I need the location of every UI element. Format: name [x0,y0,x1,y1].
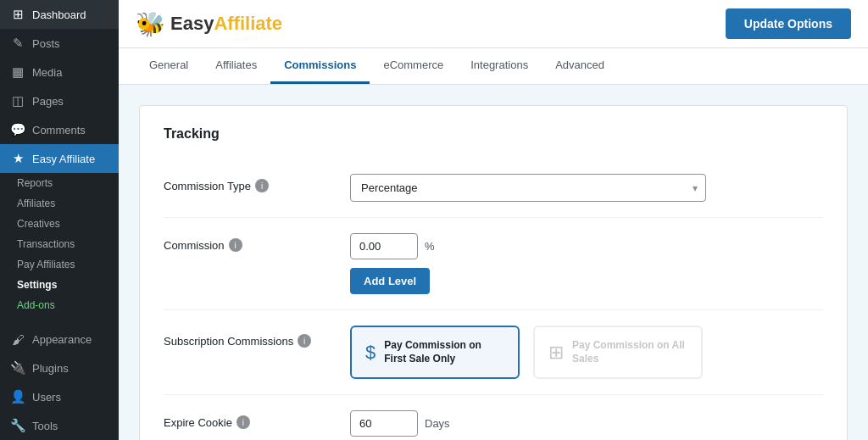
topbar: 🐝 EasyAffiliate Update Options [119,0,868,48]
sidebar-sub-pay-affiliates[interactable]: Pay Affiliates [0,254,119,275]
logo-affiliate: Affiliate [214,13,282,34]
sidebar-item-dashboard[interactable]: ⊞ Dashboard [0,0,119,29]
pages-icon: ◫ [10,93,25,109]
subscription-commissions-row: Subscription Commissions i $ Pay Commiss… [164,310,823,395]
sidebar-label-pages: Pages [32,95,64,108]
tab-affiliates[interactable]: Affiliates [202,48,270,84]
expire-cookie-label: Expire Cookie i [164,410,350,429]
commission-label: Commission i [164,233,350,252]
expire-cookie-row: Expire Cookie i Days [164,395,823,440]
sidebar-label-users: Users [32,391,61,404]
subscription-options: $ Pay Commission on First Sale Only ⊞ Pa… [350,326,823,379]
sidebar-label-media: Media [32,66,62,79]
sidebar-label-tools: Tools [32,420,58,432]
sidebar-label-comments: Comments [32,124,86,136]
add-level-button[interactable]: Add Level [350,268,430,294]
sidebar-sub-reports[interactable]: Reports [0,173,119,193]
sub-option-first-sale[interactable]: $ Pay Commission on First Sale Only [350,326,520,379]
sidebar-sub-affiliates[interactable]: Affiliates [0,193,119,214]
sidebar-label-plugins: Plugins [32,362,69,375]
update-options-button[interactable]: Update Options [726,8,851,39]
tab-advanced[interactable]: Advanced [542,48,618,84]
cookie-input-group: Days [350,410,823,437]
sidebar-sub-settings[interactable]: Settings [0,275,119,295]
sidebar-label-posts: Posts [32,37,60,50]
tab-nav: General Affiliates Commissions eCommerce… [119,48,868,85]
commission-info-icon[interactable]: i [229,238,242,252]
easy-affiliate-icon: ★ [10,151,25,166]
sidebar: ⊞ Dashboard ✎ Posts ▦ Media ◫ Pages 💬 Co… [0,0,119,440]
commission-input-group: % [350,233,823,259]
commission-control: % Add Level [350,233,823,294]
plugins-icon: 🔌 [10,360,25,376]
sidebar-item-users[interactable]: 👤 Users [0,382,119,411]
expire-cookie-info-icon[interactable]: i [236,415,250,429]
subscription-commissions-control: $ Pay Commission on First Sale Only ⊞ Pa… [350,326,823,379]
sub-option-all-sales[interactable]: ⊞ Pay Commission on All Sales [533,326,703,379]
sidebar-item-posts[interactable]: ✎ Posts [0,29,119,58]
tab-commissions[interactable]: Commissions [270,48,370,84]
commission-type-label: Commission Type i [164,174,350,192]
sidebar-item-plugins[interactable]: 🔌 Plugins [0,354,119,382]
card-title: Tracking [164,126,823,142]
sidebar-label-appearance: Appearance [32,333,92,346]
sidebar-sub-addons[interactable]: Add-ons [0,295,119,315]
posts-icon: ✎ [10,36,25,51]
sidebar-sub-transactions[interactable]: Transactions [0,234,119,254]
users-icon: 👤 [10,389,25,404]
content-area: Tracking Commission Type i Percentage Fl… [119,85,868,440]
commission-type-info-icon[interactable]: i [255,179,269,192]
sidebar-item-pages[interactable]: ◫ Pages [0,86,119,115]
dashboard-icon: ⊞ [10,7,25,22]
sidebar-item-media[interactable]: ▦ Media [0,58,119,86]
commission-row: Commission i % Add Level [164,218,823,310]
tools-icon: 🔧 [10,418,25,433]
sub-option-all-sales-label: Pay Commission on All Sales [572,339,687,365]
logo-text: EasyAffiliate [170,13,282,35]
commission-type-row: Commission Type i Percentage Flat Rate ▾ [164,159,823,218]
sidebar-label-dashboard: Dashboard [32,8,86,21]
sidebar-item-comments[interactable]: 💬 Comments [0,115,119,144]
logo: 🐝 EasyAffiliate [136,10,282,38]
cookie-unit: Days [425,417,450,430]
comments-icon: 💬 [10,122,25,137]
dollar-sign-icon: $ [365,342,376,364]
tab-general[interactable]: General [136,48,202,84]
main-content: 🐝 EasyAffiliate Update Options General A… [119,0,868,440]
subscription-commissions-info-icon[interactable]: i [298,334,311,348]
expire-cookie-input[interactable] [350,410,418,437]
commission-input[interactable] [350,233,418,259]
tracking-card: Tracking Commission Type i Percentage Fl… [139,105,848,440]
tab-integrations[interactable]: Integrations [457,48,542,84]
sidebar-label-easy-affiliate: Easy Affiliate [32,153,95,165]
commission-unit: % [425,240,435,253]
sub-option-first-sale-label: Pay Commission on First Sale Only [384,339,504,365]
grid-icon: ⊞ [548,342,564,364]
media-icon: ▦ [10,64,25,80]
sidebar-item-easy-affiliate[interactable]: ★ Easy Affiliate [0,144,119,173]
subscription-commissions-label: Subscription Commissions i [164,326,350,348]
commission-type-select[interactable]: Percentage Flat Rate [350,174,706,202]
sidebar-sub-creatives[interactable]: Creatives [0,214,119,234]
appearance-icon: 🖌 [10,332,25,347]
tab-ecommerce[interactable]: eCommerce [370,48,457,84]
bee-icon: 🐝 [136,10,165,38]
expire-cookie-control: Days [350,410,823,437]
sidebar-item-appearance[interactable]: 🖌 Appearance [0,326,119,354]
sidebar-item-tools[interactable]: 🔧 Tools [0,411,119,440]
logo-easy: Easy [170,13,214,34]
commission-type-select-wrapper: Percentage Flat Rate ▾ [350,174,706,202]
commission-type-control: Percentage Flat Rate ▾ [350,174,823,202]
